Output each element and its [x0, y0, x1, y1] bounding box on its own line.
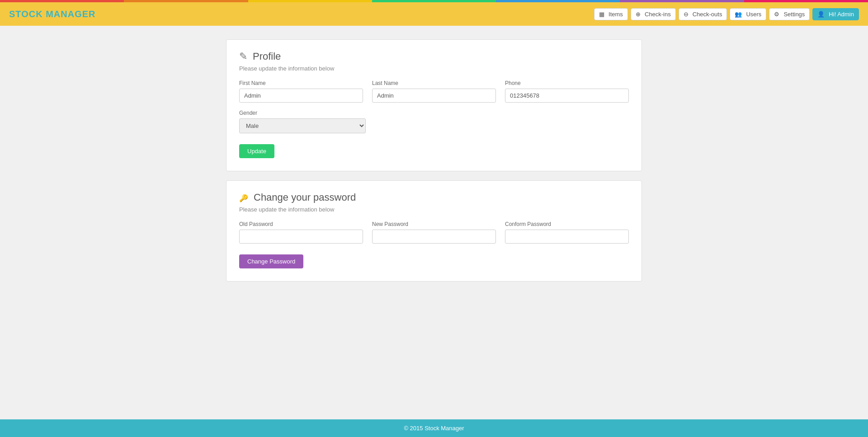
password-title: Change your password: [239, 192, 629, 203]
nav-items-button[interactable]: Items: [594, 8, 628, 20]
pencil-icon: [239, 51, 249, 62]
user-admin-icon: [817, 11, 826, 18]
confirm-password-group: Conform Password: [505, 221, 629, 244]
first-name-group: First Name: [239, 80, 363, 103]
first-name-input[interactable]: [239, 89, 363, 103]
profile-card: Profile Please update the information be…: [226, 39, 642, 171]
gender-select[interactable]: Male Female Other: [239, 118, 366, 133]
update-button[interactable]: Update: [239, 144, 274, 158]
last-name-group: Last Name: [372, 80, 496, 103]
gender-group: Gender Male Female Other: [239, 110, 366, 133]
new-password-group: New Password: [372, 221, 496, 244]
nav-items-label: Items: [609, 11, 623, 18]
nav-settings-label: Settings: [783, 11, 805, 18]
main-nav: Items Check-ins Check-outs Users Setting…: [594, 8, 859, 20]
phone-label: Phone: [505, 80, 629, 86]
phone-group: Phone: [505, 80, 629, 103]
old-password-label: Old Password: [239, 221, 363, 227]
nav-admin-label: Hi! Admin: [829, 11, 854, 18]
settings-icon: [774, 11, 781, 18]
profile-title: Profile: [239, 51, 629, 62]
nav-checkins-label: Check-ins: [645, 11, 671, 18]
new-password-input[interactable]: [372, 230, 496, 244]
app-brand: STOCK MANAGER: [9, 9, 96, 19]
footer: © 2015 Stock Manager: [0, 419, 868, 437]
grid-icon: [599, 11, 606, 18]
password-card: Change your password Please update the i…: [226, 180, 642, 282]
nav-admin-button[interactable]: Hi! Admin: [812, 8, 859, 20]
change-password-button[interactable]: Change Password: [239, 254, 303, 268]
profile-subtitle: Please update the information below: [239, 65, 629, 72]
last-name-label: Last Name: [372, 80, 496, 86]
new-password-label: New Password: [372, 221, 496, 227]
password-fields-row: Old Password New Password Conform Passwo…: [239, 221, 629, 244]
profile-gender-row: Gender Male Female Other: [239, 110, 629, 133]
nav-users-button[interactable]: Users: [730, 8, 766, 20]
old-password-group: Old Password: [239, 221, 363, 244]
users-icon: [735, 11, 744, 18]
key-icon: [239, 192, 250, 203]
last-name-input[interactable]: [372, 89, 496, 103]
password-subtitle: Please update the information below: [239, 206, 629, 213]
old-password-input[interactable]: [239, 230, 363, 244]
main-content: Profile Please update the information be…: [0, 26, 868, 419]
profile-name-row: First Name Last Name Phone: [239, 80, 629, 103]
nav-users-label: Users: [746, 11, 761, 18]
first-name-label: First Name: [239, 80, 363, 86]
nav-checkouts-button[interactable]: Check-outs: [679, 8, 727, 20]
header: STOCK MANAGER Items Check-ins Check-outs…: [0, 2, 868, 26]
checkout-icon: [684, 11, 690, 18]
confirm-password-label: Conform Password: [505, 221, 629, 227]
nav-checkouts-label: Check-outs: [693, 11, 722, 18]
nav-checkins-button[interactable]: Check-ins: [631, 8, 676, 20]
checkin-icon: [636, 11, 642, 18]
confirm-password-input[interactable]: [505, 230, 629, 244]
phone-input[interactable]: [505, 89, 629, 103]
nav-settings-button[interactable]: Settings: [769, 8, 810, 20]
footer-text: © 2015 Stock Manager: [404, 425, 464, 432]
gender-label: Gender: [239, 110, 366, 116]
